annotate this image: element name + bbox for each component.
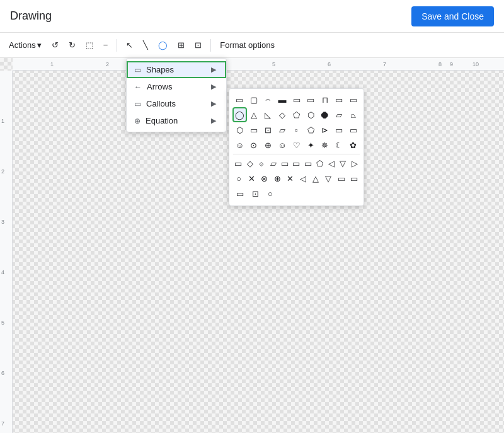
shapes-row-6: ○ ✕ ⊗ ⊕ ✕ ◁ △ ▽ ▭ ▭ xyxy=(233,171,360,185)
shape-smiley[interactable]: ☺ xyxy=(233,138,246,152)
ruler-mark-8: 8 xyxy=(438,61,442,67)
shape-circle-ring[interactable]: ⊙ xyxy=(248,138,261,152)
menu-item-equation[interactable]: ⊕ Equation ▶ xyxy=(127,112,226,129)
zoom-icon: − xyxy=(103,40,108,50)
fc-sq[interactable]: ▭ xyxy=(233,187,247,200)
format-options-button[interactable]: Format options xyxy=(216,38,278,52)
separator-2 xyxy=(210,39,211,52)
undo-icon: ↺ xyxy=(52,40,59,50)
shape-parallelogram[interactable]: ▱ xyxy=(333,108,346,122)
ruler-mark-left-4: 4 xyxy=(1,269,4,275)
text-icon: ⊞ xyxy=(178,40,185,50)
fc-no-entry[interactable]: ⊗ xyxy=(259,171,270,185)
fc-x[interactable]: ✕ xyxy=(246,171,257,185)
shapes-menu-label: Shapes xyxy=(146,65,206,74)
shape-right-triangle[interactable]: ◺ xyxy=(261,108,275,122)
app-title: Drawing xyxy=(10,9,52,23)
shape-rect4[interactable]: ▭ xyxy=(304,93,318,107)
fc-diamond2[interactable]: ⟐ xyxy=(256,156,266,170)
shape-rect6[interactable]: ▭ xyxy=(333,93,346,107)
shape-flower[interactable]: ✿ xyxy=(347,138,360,152)
shape-bevel[interactable]: ▱ xyxy=(276,123,289,137)
fc-rect2[interactable]: ▭ xyxy=(335,171,346,185)
fc-drum[interactable]: ⬠ xyxy=(314,156,324,170)
fc-cross[interactable]: ✕ xyxy=(284,171,295,185)
ruler-mark-6: 6 xyxy=(328,61,331,67)
shape-icon: ◯ xyxy=(158,40,168,50)
fc-oval[interactable]: ○ xyxy=(263,187,277,200)
shape-folded[interactable]: ▫ xyxy=(290,123,303,137)
arrows-menu-label: Arrows xyxy=(147,82,206,91)
zoom-button[interactable]: − xyxy=(100,38,112,52)
fc-tri-down[interactable]: ▽ xyxy=(323,171,334,185)
equation-menu-label: Equation xyxy=(146,116,206,125)
ruler-mark-left-2: 2 xyxy=(1,168,4,175)
menu-item-arrows[interactable]: ← Arrows ▶ xyxy=(127,78,226,95)
print-button[interactable]: ⬚ xyxy=(82,38,97,52)
fc-process[interactable]: ▭ xyxy=(233,156,243,170)
fc-delay[interactable]: ▷ xyxy=(350,156,360,170)
shape-can[interactable]: ▭ xyxy=(248,123,261,137)
shape-rect2[interactable]: ▬ xyxy=(276,93,289,107)
shape-rect5[interactable]: ⊓ xyxy=(318,93,331,107)
shape-chevron[interactable]: ⊳ xyxy=(318,123,331,137)
menu-item-shapes[interactable]: ▭ Shapes ▶ xyxy=(127,61,226,78)
shape-tool-button[interactable]: ◯ xyxy=(154,38,171,52)
shape-plaque[interactable]: ▭ xyxy=(333,123,346,137)
fc-plus-circle[interactable]: ⊕ xyxy=(272,171,283,185)
fc-framed[interactable]: ⊡ xyxy=(248,187,262,200)
shape-frame[interactable]: ▭ xyxy=(347,123,360,137)
shape-pentagon[interactable]: ⬠ xyxy=(290,108,303,122)
shape-rect7[interactable]: ▭ xyxy=(347,93,360,107)
print-icon: ⬚ xyxy=(86,40,93,50)
ruler-mark-left-5: 5 xyxy=(1,320,4,326)
shape-trapezoid[interactable]: ⏢ xyxy=(347,108,360,122)
shapes-submenu-arrow: ▶ xyxy=(211,66,216,74)
shape-sun[interactable]: ✵ xyxy=(318,138,331,152)
fc-tri-left[interactable]: ◁ xyxy=(297,171,308,185)
shape-star4[interactable]: ✦ xyxy=(304,138,318,152)
shape-smiley2[interactable]: ☺ xyxy=(276,138,289,152)
fc-arrow-down[interactable]: ▽ xyxy=(338,156,348,170)
shapes-row-3: ⬡ ▭ ⊡ ▱ ▫ ⬠ ⊳ ▭ ▭ xyxy=(233,123,360,137)
fc-data[interactable]: ▭ xyxy=(303,156,313,170)
image-tool-button[interactable]: ⊡ xyxy=(191,38,205,52)
shape-circle-cross[interactable]: ⊕ xyxy=(261,138,275,152)
undo-button[interactable]: ↺ xyxy=(48,38,62,52)
menu-item-callouts[interactable]: ▭ Callouts ▶ xyxy=(127,95,226,112)
shape-rectangle[interactable]: ▭ xyxy=(233,93,246,107)
header: Drawing Save and Close xyxy=(0,0,504,33)
ruler-mark-7: 7 xyxy=(383,61,386,67)
shape-cube[interactable]: ⊡ xyxy=(261,123,275,137)
fc-circle[interactable]: ○ xyxy=(233,171,244,185)
shape-triangle[interactable]: △ xyxy=(248,108,261,122)
callouts-menu-label: Callouts xyxy=(146,99,206,108)
shape-octagon[interactable]: ⯃ xyxy=(318,108,331,122)
save-and-close-button[interactable]: Save and Close xyxy=(411,6,494,26)
text-tool-button[interactable]: ⊞ xyxy=(174,38,188,52)
shape-hexagon[interactable]: ⬡ xyxy=(304,108,318,122)
shape-moon[interactable]: ☾ xyxy=(333,138,346,152)
fc-rounded[interactable]: ▭ xyxy=(291,156,301,170)
select-tool-button[interactable]: ↖ xyxy=(122,38,137,52)
shape-cylinder[interactable]: ⬡ xyxy=(233,123,246,137)
shape-arc[interactable]: ⌢ xyxy=(261,93,275,107)
shape-pentagon2[interactable]: ⬠ xyxy=(304,123,318,137)
shapes-row-2: ◯ △ ◺ ◇ ⬠ ⬡ ⯃ ▱ ⏢ xyxy=(233,108,360,122)
fc-rect3[interactable]: ▭ xyxy=(348,171,360,185)
shape-diamond[interactable]: ◇ xyxy=(276,108,289,122)
fc-arrow-left[interactable]: ◁ xyxy=(326,156,336,170)
actions-arrow-icon: ▾ xyxy=(37,40,42,50)
shape-rounded-rect[interactable]: ▢ xyxy=(248,93,261,107)
fc-tri-up[interactable]: △ xyxy=(310,171,321,185)
fc-decision[interactable]: ◇ xyxy=(244,156,255,170)
shape-heart[interactable]: ♡ xyxy=(290,138,303,152)
fc-parallelogram[interactable]: ▱ xyxy=(268,156,278,170)
shape-rect3[interactable]: ▭ xyxy=(290,93,303,107)
redo-button[interactable]: ↻ xyxy=(65,38,79,52)
shapes-row-4: ☺ ⊙ ⊕ ☺ ♡ ✦ ✵ ☾ ✿ xyxy=(233,138,360,152)
actions-menu-button[interactable]: Actions ▾ xyxy=(5,38,45,52)
shape-ellipse[interactable]: ◯ xyxy=(233,108,246,122)
fc-rect[interactable]: ▭ xyxy=(280,156,290,170)
line-tool-button[interactable]: ╲ xyxy=(139,38,152,52)
